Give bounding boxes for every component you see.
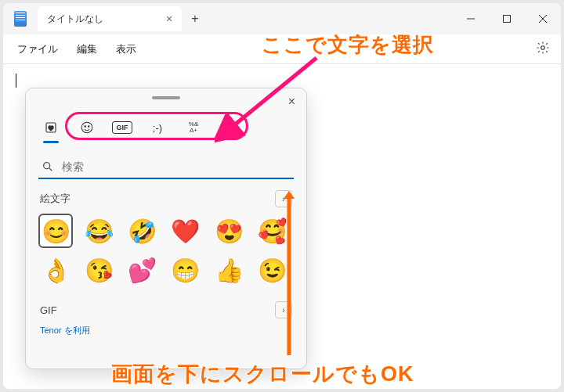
- annotation-top: ここで文字を選択: [262, 31, 434, 59]
- svg-line-17: [230, 58, 316, 128]
- settings-icon[interactable]: [531, 36, 555, 63]
- category-emoji[interactable]: [76, 117, 98, 138]
- category-kaomoji[interactable]: ;-): [146, 117, 168, 138]
- window-controls: [453, 3, 561, 34]
- search-input[interactable]: [62, 160, 291, 173]
- svg-rect-1: [504, 16, 511, 23]
- section-emoji-label: 絵文字 ›: [40, 190, 292, 207]
- tenor-link[interactable]: Tenor を利用: [40, 325, 292, 336]
- category-recent[interactable]: [40, 117, 62, 138]
- svg-marker-20: [284, 191, 295, 199]
- text-cursor: [16, 74, 16, 88]
- emoji-item[interactable]: 😁: [168, 253, 203, 287]
- document-tab[interactable]: タイトルなし ×: [38, 6, 182, 31]
- menu-view[interactable]: 表示: [108, 38, 144, 61]
- svg-point-7: [85, 126, 86, 128]
- svg-line-15: [49, 168, 52, 171]
- annotation-bottom: 画面を下にスクロールでもOK: [111, 360, 414, 388]
- emoji-item[interactable]: 😘: [81, 253, 116, 287]
- close-tab-icon[interactable]: ×: [166, 13, 172, 25]
- drag-handle[interactable]: [152, 96, 180, 99]
- annotation-arrow-diagonal: [215, 50, 332, 144]
- titlebar: タイトルなし × +: [3, 3, 561, 34]
- tab-title: タイトルなし: [47, 13, 103, 26]
- emoji-item[interactable]: 💕: [125, 253, 160, 287]
- emoji-item[interactable]: 😂: [81, 214, 116, 248]
- category-gif[interactable]: GIF: [112, 121, 132, 134]
- svg-point-8: [89, 126, 90, 128]
- emoji-item[interactable]: 😍: [212, 214, 246, 248]
- maximize-button[interactable]: [489, 3, 525, 34]
- new-tab-button[interactable]: +: [191, 12, 198, 26]
- minimize-button[interactable]: [453, 3, 489, 34]
- notepad-window: タイトルなし × + ファイル 編集 表示 × GIF ;-) %& Δ+: [3, 3, 561, 389]
- emoji-item[interactable]: 👌: [38, 253, 73, 287]
- notepad-icon: [14, 11, 27, 27]
- category-symbols[interactable]: %& Δ+: [183, 117, 204, 138]
- emoji-grid: 😊 😂 🤣 ❤️ 😍 🥰 👌 😘 💕 😁 👍 😉: [37, 214, 295, 287]
- svg-point-6: [81, 122, 92, 133]
- menu-file[interactable]: ファイル: [9, 38, 66, 61]
- menu-edit[interactable]: 編集: [69, 38, 105, 61]
- emoji-item[interactable]: 😊: [38, 214, 73, 248]
- annotation-arrow-vertical: [277, 191, 301, 363]
- search-field[interactable]: [38, 156, 294, 179]
- close-window-button[interactable]: [525, 3, 561, 34]
- emoji-item[interactable]: 👍: [212, 253, 246, 287]
- search-icon: [42, 160, 54, 173]
- svg-point-14: [44, 163, 50, 169]
- section-gif-label: GIF ›: [40, 301, 292, 318]
- svg-point-4: [541, 45, 545, 49]
- emoji-item[interactable]: 🤣: [125, 214, 160, 248]
- emoji-item[interactable]: ❤️: [168, 214, 203, 248]
